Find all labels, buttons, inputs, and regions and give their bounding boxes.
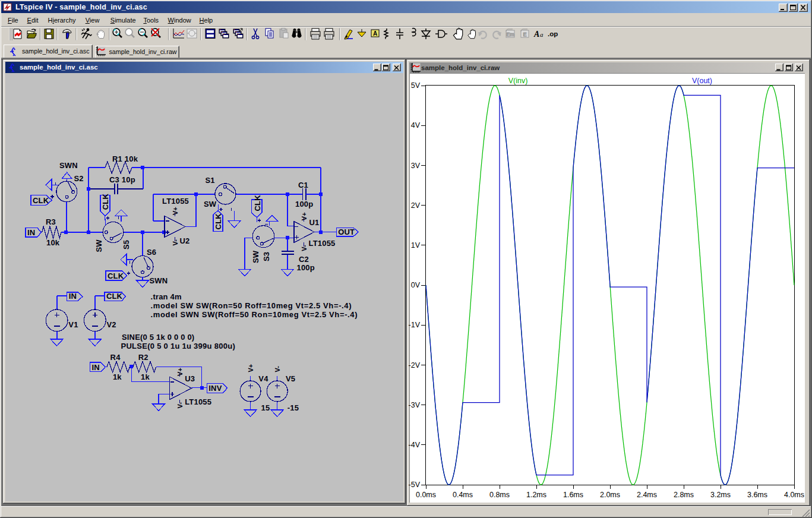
svg-text:R1 10k: R1 10k: [112, 154, 138, 163]
svg-text:0V: 0V: [411, 281, 421, 289]
svg-text:1k: 1k: [141, 372, 150, 381]
svg-text:100p: 100p: [297, 263, 315, 272]
svg-text:V-: V-: [176, 402, 184, 409]
svg-text:IN: IN: [27, 228, 35, 237]
svg-text:CLK: CLK: [253, 195, 262, 211]
svg-text:1V: 1V: [411, 241, 421, 249]
svg-text:SW: SW: [94, 239, 103, 252]
svg-text:15: 15: [261, 403, 270, 412]
svg-text:2.0ms: 2.0ms: [600, 491, 620, 499]
svg-text:V+: V+: [247, 364, 254, 372]
svg-text:U1: U1: [309, 218, 320, 227]
svg-text:U2: U2: [180, 236, 190, 245]
svg-text:SINE(0 5 1k 0 0 0 0): SINE(0 5 1k 0 0 0 0): [122, 333, 195, 342]
svg-text:V+: V+: [301, 212, 308, 220]
svg-text:S2: S2: [74, 174, 84, 183]
svg-text:V-: V-: [274, 366, 281, 372]
svg-text:R2: R2: [138, 353, 149, 362]
svg-text:2.8ms: 2.8ms: [674, 491, 694, 499]
svg-text:CLK: CLK: [108, 271, 124, 280]
svg-text:2.4ms: 2.4ms: [637, 491, 657, 499]
svg-text:SWN: SWN: [59, 161, 78, 170]
svg-text:CLK: CLK: [106, 292, 123, 301]
svg-text:V-: V-: [301, 245, 308, 251]
svg-text:0.8ms: 0.8ms: [489, 491, 510, 499]
svg-text:3.2ms: 3.2ms: [710, 491, 731, 499]
svg-text:V(out): V(out): [692, 77, 712, 85]
svg-text:LT1055: LT1055: [185, 397, 211, 406]
svg-text:CLK: CLK: [101, 194, 110, 210]
svg-text:S1: S1: [206, 176, 215, 185]
svg-text:1.2ms: 1.2ms: [526, 491, 546, 499]
svg-text:.model SWN SW(Roff=50 Ron=10me: .model SWN SW(Roff=50 Ron=10meg Vt=2.5 V…: [151, 310, 358, 319]
svg-text:2V: 2V: [411, 201, 421, 210]
svg-text:4.0ms: 4.0ms: [784, 491, 804, 499]
svg-text:CLK: CLK: [214, 213, 223, 230]
svg-text:-1V: -1V: [409, 321, 421, 329]
svg-text:4V: 4V: [411, 121, 421, 130]
svg-text:1k: 1k: [113, 372, 122, 381]
svg-text:0.0ms: 0.0ms: [416, 491, 436, 499]
svg-text:IN: IN: [69, 292, 77, 301]
svg-text:5V: 5V: [411, 81, 421, 90]
svg-text:CLK: CLK: [33, 196, 49, 205]
svg-text:V(inv): V(inv): [508, 77, 528, 85]
svg-text:-5V: -5V: [409, 481, 421, 489]
svg-text:V-: V-: [172, 239, 179, 246]
svg-text:SWN: SWN: [150, 276, 168, 285]
svg-text:V1: V1: [68, 320, 78, 329]
svg-text:V+: V+: [176, 368, 184, 376]
svg-text:R4: R4: [110, 353, 121, 362]
svg-text:S5: S5: [122, 240, 131, 249]
svg-text:V+: V+: [172, 207, 179, 215]
svg-text:R3: R3: [46, 217, 56, 226]
svg-text:.tran 4m: .tran 4m: [151, 292, 182, 301]
svg-text:-4V: -4V: [409, 441, 421, 449]
svg-text:IN: IN: [91, 363, 99, 372]
svg-text:SW: SW: [251, 250, 260, 263]
svg-text:3V: 3V: [411, 162, 421, 170]
svg-text:10k: 10k: [46, 238, 60, 247]
svg-text:.model SW SW(Ron=50 Roff=10meg: .model SW SW(Ron=50 Roff=10meg Vt=2.5 Vh…: [151, 301, 352, 310]
svg-text:LT1055: LT1055: [162, 197, 189, 206]
svg-text:S3: S3: [262, 252, 271, 261]
svg-text:V2: V2: [107, 320, 116, 329]
svg-text:-15: -15: [287, 403, 299, 412]
svg-text:PULSE(0 5 0 1u 1u 399u 800u): PULSE(0 5 0 1u 1u 399u 800u): [121, 342, 236, 350]
svg-text:V4: V4: [258, 374, 268, 383]
svg-text:U3: U3: [185, 374, 195, 383]
svg-text:C3 10p: C3 10p: [109, 175, 135, 184]
svg-text:-2V: -2V: [409, 361, 421, 369]
svg-text:C1: C1: [298, 181, 308, 189]
svg-text:-3V: -3V: [409, 401, 421, 409]
svg-text:100p: 100p: [295, 200, 313, 209]
svg-text:3.6ms: 3.6ms: [747, 491, 767, 499]
svg-text:LT1055: LT1055: [309, 239, 336, 248]
svg-text:OUT: OUT: [338, 228, 355, 236]
svg-text:0.4ms: 0.4ms: [453, 491, 473, 499]
svg-text:1.6ms: 1.6ms: [563, 491, 583, 499]
svg-text:V5: V5: [286, 374, 295, 383]
svg-text:INV: INV: [208, 384, 222, 393]
svg-text:SW: SW: [204, 200, 217, 209]
svg-text:S6: S6: [147, 248, 156, 257]
